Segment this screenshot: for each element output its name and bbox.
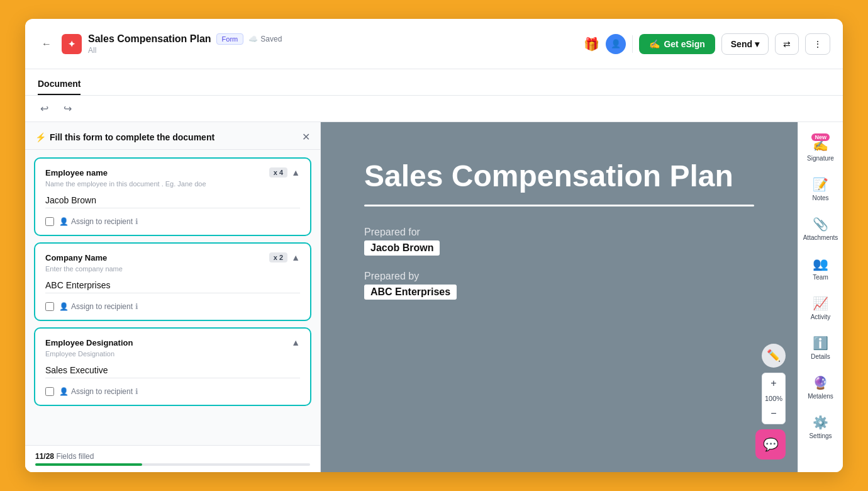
- details-icon: ℹ️: [813, 336, 828, 351]
- assign-checkbox-2[interactable]: [45, 302, 54, 311]
- share-button[interactable]: ⇄: [775, 33, 799, 55]
- redo-button[interactable]: ↪: [58, 100, 77, 117]
- sidebar-item-metalens[interactable]: 🔮 Metalens: [802, 369, 840, 406]
- employee-designation-hint: Employee Designation: [45, 350, 300, 358]
- document-divider: [364, 205, 754, 206]
- esign-icon: ✍️: [649, 39, 660, 49]
- zoom-out-icon: −: [771, 408, 776, 419]
- send-button[interactable]: Send ▾: [721, 33, 769, 55]
- company-name-field-card-header: Company Name x 2 ▲: [45, 252, 300, 262]
- close-form-button[interactable]: ✕: [302, 131, 310, 143]
- zoom-in-button[interactable]: +: [762, 373, 785, 393]
- magic-edit-icon: ✏️: [767, 349, 781, 363]
- metalens-icon: 🔮: [813, 375, 828, 390]
- employee-name-count: x 4: [269, 167, 287, 178]
- doc-icon: ✦: [62, 34, 82, 54]
- back-button[interactable]: ←: [38, 35, 55, 53]
- notes-icon: 📝: [813, 177, 828, 192]
- doc-subtitle: All: [88, 46, 282, 55]
- info-icon-2: ℹ: [135, 302, 138, 311]
- app-window: ← ✦ Sales Compensation Plan Form ☁️ Save…: [25, 19, 843, 472]
- lightning-icon: ⚡: [35, 132, 46, 142]
- top-bar-right: 🎁 👤 ✍️ Get eSign Send ▾ ⇄ ⋮: [584, 33, 830, 55]
- assign-checkbox-3[interactable]: [45, 387, 54, 396]
- document-page: Sales Compensation Plan Prepared for Jac…: [321, 122, 798, 472]
- employee-designation-label: Employee Designation: [45, 338, 133, 347]
- undo-button[interactable]: ↩: [35, 100, 53, 117]
- doc-title-row: Sales Compensation Plan Form ☁️ Saved: [88, 33, 282, 45]
- zoom-controls: + 100% −: [762, 373, 786, 424]
- assign-row-3: 👤 Assign to recipient ℹ: [45, 387, 300, 396]
- right-sidebar: ✍️ New Signature 📝 Notes 📎 Attachments: [798, 122, 843, 472]
- sidebar-item-attachments[interactable]: 📎 Attachments: [802, 210, 840, 247]
- gift-icon: 🎁: [584, 37, 599, 52]
- attachments-icon: 📎: [813, 217, 828, 232]
- share-icon: ⇄: [783, 39, 791, 49]
- prepared-for-value: Jacob Brown: [364, 240, 440, 256]
- sidebar-item-signature[interactable]: ✍️ New Signature: [802, 131, 840, 168]
- info-icon-3: ℹ: [135, 387, 138, 396]
- attachments-icon-wrap: 📎: [813, 217, 828, 232]
- chevron-down-icon: ▾: [755, 39, 759, 49]
- zoom-in-icon: +: [771, 378, 776, 388]
- get-esign-button[interactable]: ✍️ Get eSign: [639, 34, 715, 54]
- prepared-for-label: Prepared for: [364, 227, 420, 238]
- company-name-input[interactable]: [45, 278, 300, 293]
- employee-name-input[interactable]: [45, 193, 300, 208]
- sidebar-item-activity[interactable]: 📈 Activity: [802, 290, 840, 327]
- main-content: ⚡ Fill this form to complete the documen…: [25, 122, 843, 472]
- vertical-divider: [632, 35, 633, 53]
- company-name-hint: Enter the company name: [45, 265, 300, 273]
- doc-title: Sales Compensation Plan: [88, 33, 211, 45]
- zoom-level-label: 100%: [765, 393, 782, 404]
- assign-label-2: 👤 Assign to recipient ℹ: [59, 302, 138, 311]
- company-name-collapse-btn[interactable]: ▲: [291, 252, 300, 262]
- form-header-title: ⚡ Fill this form to complete the documen…: [35, 132, 214, 142]
- more-icon: ⋮: [813, 39, 822, 49]
- document-main-title: Sales Compensation Plan: [364, 160, 733, 193]
- form-badge: Form: [216, 33, 244, 45]
- sidebar-item-team[interactable]: 👥 Team: [802, 250, 840, 287]
- activity-icon-wrap: 📈: [813, 296, 828, 311]
- sidebar-item-details[interactable]: ℹ️ Details: [802, 329, 840, 366]
- toolbar: ↩ ↪: [25, 96, 843, 122]
- company-name-field-card: Company Name x 2 ▲ Enter the company nam…: [34, 242, 311, 321]
- assign-label-1: 👤 Assign to recipient ℹ: [59, 217, 138, 226]
- tab-document[interactable]: Document: [38, 74, 81, 95]
- tab-bar: Document: [25, 69, 843, 96]
- cloud-icon: ☁️: [248, 35, 258, 43]
- employee-name-field-card: Employee name x 4 ▲ Name the employee in…: [34, 157, 311, 236]
- assign-checkbox-1[interactable]: [45, 217, 54, 226]
- employee-designation-field-card: Employee Designation ▲ Employee Designat…: [34, 327, 311, 406]
- top-bar: ← ✦ Sales Compensation Plan Form ☁️ Save…: [25, 19, 843, 69]
- sidebar-label-notes: Notes: [812, 195, 828, 201]
- progress-bar-fill: [35, 463, 142, 466]
- employee-designation-input[interactable]: [45, 363, 300, 378]
- sidebar-label-signature: Signature: [807, 155, 834, 162]
- assign-label-3: 👤 Assign to recipient ℹ: [59, 387, 138, 396]
- magic-edit-button[interactable]: ✏️: [762, 344, 786, 368]
- avatar[interactable]: 👤: [606, 34, 626, 54]
- assign-row-1: 👤 Assign to recipient ℹ: [45, 217, 300, 226]
- activity-icon: 📈: [813, 296, 828, 311]
- team-icon-wrap: 👥: [813, 256, 828, 271]
- employee-name-collapse-btn[interactable]: ▲: [291, 167, 300, 178]
- sidebar-label-metalens: Metalens: [808, 393, 833, 400]
- fields-filled-text: 11/28 Fields filled: [35, 452, 310, 461]
- prepared-by-value: ABC Enterprises: [364, 285, 457, 300]
- settings-icon-wrap: ⚙️: [813, 415, 828, 430]
- more-options-button[interactable]: ⋮: [805, 33, 830, 55]
- undo-icon: ↩: [40, 103, 48, 114]
- sidebar-item-notes[interactable]: 📝 Notes: [802, 171, 840, 208]
- prepared-by-label: Prepared by: [364, 271, 419, 282]
- employee-designation-collapse-btn[interactable]: ▲: [291, 337, 300, 347]
- progress-bar-background: [35, 463, 310, 466]
- chat-button[interactable]: 💬: [755, 429, 786, 460]
- sidebar-item-settings[interactable]: ⚙️ Settings: [802, 409, 840, 446]
- redo-icon: ↪: [64, 103, 72, 114]
- zoom-out-button[interactable]: −: [762, 404, 785, 424]
- metalens-icon-wrap: 🔮: [813, 375, 828, 390]
- assign-row-2: 👤 Assign to recipient ℹ: [45, 302, 300, 311]
- chat-icon: 💬: [763, 437, 779, 452]
- company-name-count: x 2: [269, 252, 287, 262]
